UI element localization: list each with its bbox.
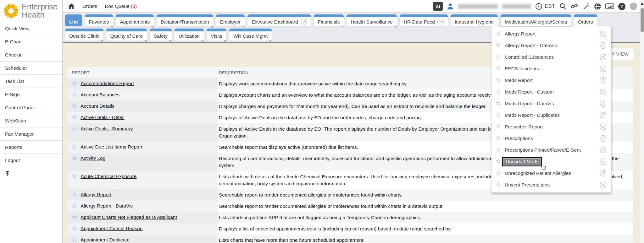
clock-icon[interactable] [535,3,542,10]
help-icon[interactable]: ? [618,3,625,10]
menu-item-meds-report[interactable]: ☆Meds Report↗ [491,74,611,86]
report-link[interactable]: Applicant Charts Not Flagged as Is Appli… [80,214,177,220]
favorite-star-icon[interactable]: ☆ [72,114,77,121]
sidebar-item-logout[interactable]: Logout [0,154,62,167]
favorite-star-icon[interactable]: ☆ [72,144,77,150]
menu-item-uncoded-meds[interactable]: ☆Uncoded Meds↗ [491,156,611,167]
sidebar-item-fax-manager[interactable]: Fax Manager [0,127,62,141]
search-icon[interactable] [559,3,567,10]
favorite-star-icon[interactable]: ☆ [72,237,77,243]
open-in-new-icon[interactable]: ↗ [600,100,606,107]
favorite-star-icon[interactable]: ☆ [496,42,501,49]
sidebar-item-checkin[interactable]: Checkin [0,48,62,62]
favorite-star-icon[interactable]: ☆ [72,203,77,209]
tab-executive-dashboard[interactable]: Executive Dashboard↗ [247,14,311,26]
magic-wand-icon[interactable] [582,3,590,10]
menu-item-meds-report-custom[interactable]: ☆Meds Report - Custom↗ [491,86,611,98]
menu-item-meds-report-datavis[interactable]: ☆Meds Report - DataVis↗ [491,98,611,109]
open-in-new-icon[interactable]: ↗ [600,42,606,49]
report-link[interactable]: Activity Log [80,155,105,161]
favorite-star-icon[interactable]: ☆ [72,192,77,198]
favorite-star-icon[interactable]: ☆ [72,103,77,110]
favorite-star-icon[interactable]: ☆ [496,65,501,72]
menu-item-prescriptions-printed-faxed-e-sent[interactable]: ☆Prescriptions Printed/Faxed/E-Sent↗ [491,144,611,156]
link-icon[interactable] [571,3,578,10]
favorite-star-icon[interactable]: ☆ [72,155,77,162]
tab-health-surveillance[interactable]: Health Surveillance [347,14,397,26]
tab-outside-clinic[interactable]: Outside Clinic [65,29,103,40]
tab-safety[interactable]: Safety [150,29,172,40]
favorite-star-icon[interactable]: ☆ [496,181,501,188]
favorite-star-icon[interactable]: ☆ [496,30,501,37]
menu-item-prescriptions[interactable]: ☆Prescriptions↗ [491,132,611,144]
keyboard-icon[interactable] [605,3,614,9]
open-in-new-icon[interactable]: ↗ [600,170,606,176]
tab-hr-data-feed[interactable]: HR Data Feed↗ [400,14,448,26]
report-link[interactable]: Active Due List Items Report [80,144,142,150]
scrollbar-up-arrow-icon[interactable] [641,2,644,5]
open-in-new-icon[interactable]: ↗ [600,124,606,130]
favorite-star-icon[interactable]: ☆ [72,126,77,132]
favorite-star-icon[interactable]: ☆ [496,170,501,176]
favorite-star-icon[interactable]: ☆ [496,112,501,118]
menu-item-unrecognized-patient-allergies[interactable]: ☆Unrecognized Patient Allergies↗ [491,167,611,179]
menu-item-controlled-substances[interactable]: ☆Controlled Substances↗ [491,51,611,63]
tab-list[interactable]: List [65,14,82,26]
tab-industrial-hygiene[interactable]: Industrial Hygiene [451,14,498,26]
report-link[interactable]: Active Deals - Detail [80,115,125,120]
tab-medications-allergies-scripts[interactable]: Medications/Allergies/Scripts [501,14,571,26]
sidebar-item-e-sign[interactable]: E-Sign [0,88,62,101]
menu-item-prescriber-report[interactable]: ☆Prescriber Report↗ [491,121,611,132]
open-in-new-icon[interactable]: ↗ [600,182,606,188]
tab-appointments[interactable]: Appointments [116,14,154,26]
breadcrumb-orders[interactable]: Orders [82,3,97,9]
tab-quality-of-care[interactable]: Quality of Care [106,29,147,40]
menu-item-meds-report-duplicates[interactable]: ☆Meds Report - Duplicates↗ [491,109,611,121]
tab-financials[interactable]: Financials [314,14,344,26]
home-icon[interactable] [68,3,75,9]
open-in-new-icon[interactable]: ↗ [600,54,606,60]
pin-icon[interactable] [5,171,10,176]
tab-orders[interactable]: Orders [574,14,597,26]
tab-wr-case-mgmt[interactable]: WR Case Mgmt [229,29,272,40]
sidebar-item-quick-view[interactable]: Quick View [0,22,62,35]
tab-visits[interactable]: Visits [207,29,226,40]
user-icon[interactable] [447,3,454,10]
open-in-new-icon[interactable]: ↗ [301,19,307,25]
report-link[interactable]: Allergy Report - DataVis [80,203,133,209]
menu-item-epcs-incidents[interactable]: ☆EPCS Incidents↗ [491,63,611,74]
report-link[interactable]: Account Details [80,103,114,109]
favorite-star-icon[interactable]: ☆ [72,214,77,221]
open-in-new-icon[interactable]: ↗ [437,19,444,25]
favorite-star-icon[interactable]: ☆ [72,80,77,87]
open-in-new-icon[interactable]: ↗ [600,159,606,165]
favorite-star-icon[interactable]: ☆ [496,158,501,165]
avatar[interactable] [630,3,637,10]
open-in-new-icon[interactable]: ↗ [600,31,606,37]
open-in-new-icon[interactable]: ↗ [600,89,606,95]
sidebar-item-webscan[interactable]: WebScan [0,114,62,127]
tab-favorites[interactable]: Favorites [85,14,113,26]
open-in-new-icon[interactable]: ↗ [600,112,606,118]
sidebar-item-scheduler[interactable]: Scheduler [0,62,62,75]
menu-item-allergy-report-datavis[interactable]: ☆Allergy Report - DataVis↗ [491,40,611,51]
open-in-new-icon[interactable]: ↗ [600,135,606,142]
globe-icon[interactable] [594,3,601,10]
favorite-star-icon[interactable]: ☆ [496,123,501,130]
sidebar-item-reports[interactable]: Reports [0,141,62,154]
report-link[interactable]: Active Deals - Summary [80,126,133,132]
sidebar-item-task-list[interactable]: Task List [0,75,62,88]
favorite-star-icon[interactable]: ☆ [496,77,501,84]
favorite-star-icon[interactable]: ☆ [496,89,501,95]
tab-dictation-transcription[interactable]: Dictation/Transcription [157,14,213,26]
report-link[interactable]: Appointment Duplicate [80,237,130,243]
favorite-star-icon[interactable]: ☆ [496,100,501,107]
menu-item-allergy-report[interactable]: ☆Allergy Report↗ [491,28,611,40]
report-link[interactable]: Accommodations Report [80,81,134,86]
breadcrumb-doc-queue[interactable]: Doc Queue (3) [105,3,137,9]
sidebar-item-control-panel[interactable]: Control Panel [0,101,62,114]
menu-item-unsent-prescriptions[interactable]: ☆Unsent Prescriptions↗ [491,179,611,191]
sidebar-pin-row[interactable] [0,167,62,180]
report-link[interactable]: Account Balances [80,92,119,98]
ai-badge-icon[interactable]: AI [433,2,443,11]
